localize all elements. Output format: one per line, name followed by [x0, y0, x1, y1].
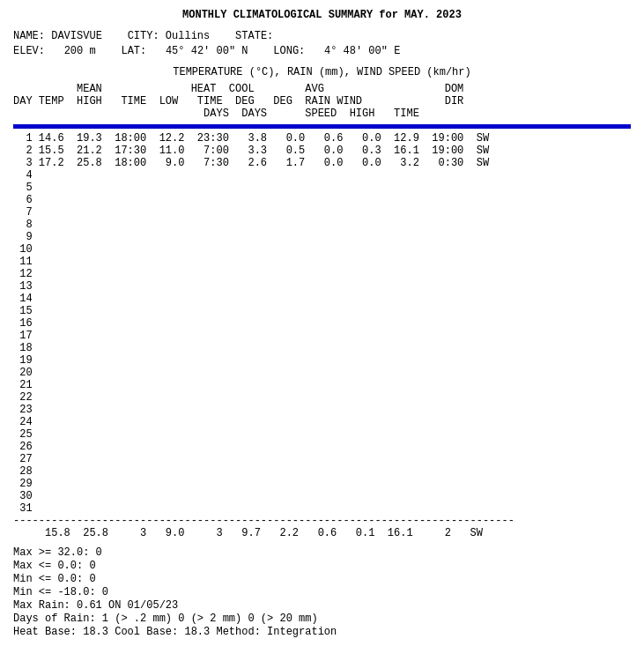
- main-title: MONTHLY CLIMATOLOGICAL SUMMARY for MAY. …: [13, 9, 631, 21]
- city-label: CITY:: [128, 30, 159, 42]
- heat-base: Heat Base: 18.3 Cool Base: 18.3 Method: …: [13, 626, 631, 638]
- max-lte-0: Max <= 0.0: 0: [13, 560, 631, 572]
- days-of-rain: Days of Rain: 1 (> .2 mm) 0 (> 2 mm) 0 (…: [13, 613, 631, 625]
- data-table: MEAN HEAT COOL AVG DOM DAY TEMP HIGH TIM…: [13, 83, 631, 539]
- elev-value: 200 m: [64, 45, 96, 57]
- lat-label: LAT:: [121, 45, 146, 57]
- name-value: DAVISVUE: [51, 30, 102, 42]
- min-lte-0: Min <= 0.0: 0: [13, 573, 631, 585]
- section-title: TEMPERATURE (°C), RAIN (mm), WIND SPEED …: [13, 66, 631, 78]
- long-value: 4° 48' 00" E: [324, 45, 400, 57]
- name-label: NAME:: [13, 30, 45, 42]
- meta-elev-line: ELEV: 200 m LAT: 45° 42' 00" N LONG: 4° …: [13, 45, 631, 57]
- long-label: LONG:: [273, 45, 305, 57]
- elev-label: ELEV:: [13, 45, 45, 57]
- meta-name-line: NAME: DAVISVUE CITY: Oullins STATE:: [13, 30, 631, 42]
- lat-value: 45° 42' 00" N: [166, 45, 248, 57]
- state-label: STATE:: [235, 30, 273, 42]
- max-rain: Max Rain: 0.61 ON 01/05/23: [13, 599, 631, 612]
- city-value: Oullins: [166, 30, 210, 42]
- max-gte-32: Max >= 32.0: 0: [13, 546, 631, 559]
- footer-section: Max >= 32.0: 0 Max <= 0.0: 0 Min <= 0.0:…: [13, 546, 631, 638]
- min-lte-18: Min <= -18.0: 0: [13, 586, 631, 598]
